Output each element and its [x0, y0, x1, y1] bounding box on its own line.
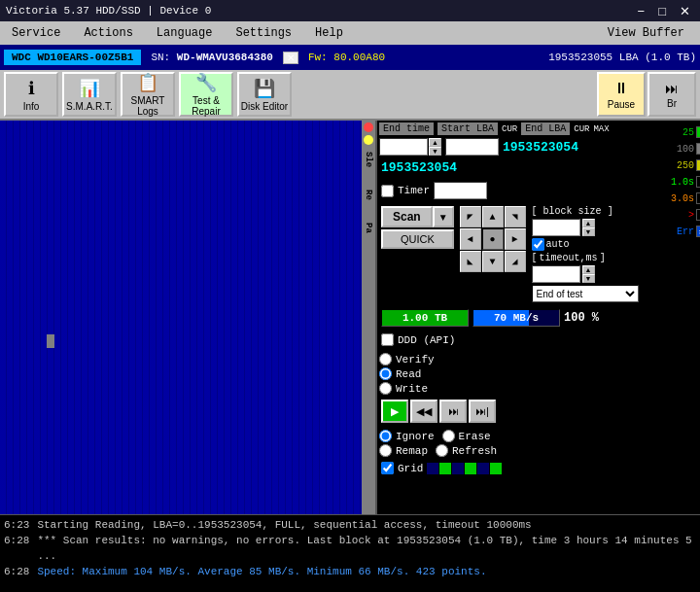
hist-row-3s: 3.0s 0: [667, 191, 700, 206]
ignore-label[interactable]: Ignore: [396, 431, 435, 442]
erase-radio[interactable]: [442, 430, 455, 442]
end-time-input[interactable]: 12:00: [379, 138, 428, 156]
pause-icon: ⏸: [613, 80, 629, 97]
test-repair-button[interactable]: 🔧 Test & Repair: [179, 72, 233, 117]
smart-button[interactable]: 📊 S.M.A.R.T.: [62, 72, 117, 117]
play-button[interactable]: ▶: [381, 400, 408, 423]
hist-row-250: 250 10: [667, 157, 700, 173]
smart-icon: 📊: [79, 78, 100, 99]
skip-fwd-button[interactable]: ⏭: [439, 400, 467, 423]
window-controls: − □ ✕: [634, 4, 694, 18]
log-time-1: 6:23: [4, 517, 29, 533]
timeout-input-row: 10000 ▲ ▼: [532, 265, 639, 283]
close-button[interactable]: ✕: [676, 4, 694, 18]
refresh-radio[interactable]: [436, 444, 448, 457]
disk-editor-button[interactable]: 💾 Disk Editor: [237, 72, 292, 117]
time-stepper[interactable]: ▲ ▼: [429, 138, 441, 156]
hist-row-gt: > 0: [667, 207, 700, 223]
transport-controls: ▶ ◀◀ ⏭ ⏭|: [379, 398, 663, 425]
block-up-btn[interactable]: ▲: [582, 219, 595, 227]
ignore-erase-row: Ignore Erase: [379, 430, 663, 442]
log-text-2: *** Scan results: no warnings, no errors…: [37, 533, 696, 564]
end-lba-label: End LBA: [521, 122, 570, 135]
timeout-down-btn[interactable]: ▼: [582, 274, 595, 283]
timer-row: Timer 0: [379, 180, 663, 201]
dpad-down[interactable]: ▼: [482, 251, 504, 272]
app-window: Victoria 5.37 HDD/SSD | Device 0 − □ ✕ S…: [0, 0, 700, 592]
time-up-btn[interactable]: ▲: [429, 138, 441, 147]
timeout-stepper[interactable]: ▲ ▼: [582, 265, 595, 283]
dpad-left[interactable]: ◄: [460, 228, 481, 250]
dpad-up[interactable]: ▲: [482, 206, 504, 227]
skip-end-button[interactable]: ⏭|: [469, 400, 496, 423]
content-area: Sle Re Pa End time Start LBA CUR End LBA…: [0, 121, 700, 514]
menu-help[interactable]: Help: [303, 21, 355, 45]
scan-row: Scan ▼: [381, 206, 454, 227]
tb-progress-bar: 1.00 TB: [381, 309, 469, 327]
scan-dropdown-button[interactable]: ▼: [433, 206, 454, 227]
menu-service[interactable]: Service: [0, 21, 72, 45]
hist-bar-1s: [696, 176, 700, 188]
progress-section: 1.00 TB 70 MB/s 100 %: [379, 307, 663, 329]
indicator-1: [364, 122, 373, 132]
dpad-upright[interactable]: ◥: [505, 206, 526, 227]
menu-settings[interactable]: Settings: [224, 21, 303, 45]
ignore-row: Ignore: [379, 430, 435, 442]
read-row: Read: [379, 367, 663, 380]
timeout-up-btn[interactable]: ▲: [582, 265, 595, 274]
timeout-input[interactable]: 10000: [532, 265, 580, 283]
info-button[interactable]: ℹ Info: [4, 72, 58, 117]
re-label: Re: [364, 190, 373, 200]
maximize-button[interactable]: □: [654, 4, 670, 18]
device-name[interactable]: WDC WD10EARS-00Z5B1: [4, 50, 141, 65]
verify-radio[interactable]: [379, 353, 392, 366]
smart-logs-button[interactable]: 📋 SMART Logs: [121, 72, 175, 117]
dpad-right[interactable]: ►: [505, 228, 526, 250]
log-line-1: 6:23 Starting Reading, LBA=0..1953523054…: [4, 517, 696, 533]
auto-checkbox[interactable]: [532, 238, 544, 251]
time-input-group: 12:00 ▲ ▼: [379, 138, 441, 156]
timer-checkbox[interactable]: [381, 185, 394, 197]
scan-button[interactable]: Scan: [381, 206, 433, 227]
remap-radio[interactable]: [379, 444, 392, 457]
gp-1: [427, 463, 438, 474]
br-button[interactable]: ⏭ Br: [648, 72, 696, 117]
block-down-btn[interactable]: ▼: [582, 227, 595, 236]
dpad-center[interactable]: ●: [482, 228, 504, 250]
end-condition-select[interactable]: End of test: [532, 285, 639, 302]
menu-view-buffer[interactable]: View Buffer: [596, 24, 696, 42]
time-down-btn[interactable]: ▼: [429, 147, 441, 156]
remap-label[interactable]: Remap: [396, 445, 428, 457]
verify-row: Verify: [379, 353, 663, 366]
read-label[interactable]: Read: [396, 368, 421, 380]
minimize-button[interactable]: −: [634, 4, 649, 18]
menu-language[interactable]: Language: [145, 21, 225, 45]
write-radio[interactable]: [379, 382, 392, 395]
pause-button[interactable]: ⏸ Pause: [597, 72, 646, 117]
verify-label[interactable]: Verify: [396, 354, 435, 366]
erase-label[interactable]: Erase: [459, 431, 491, 442]
device-sn-label: SN: WD-WMAVU3684380: [145, 52, 278, 63]
timer-input[interactable]: 0: [434, 182, 487, 199]
write-label[interactable]: Write: [396, 383, 428, 395]
log-section: 6:23 Starting Reading, LBA=0..1953523054…: [0, 514, 700, 592]
remap-row: Remap: [379, 444, 428, 457]
device-close-button[interactable]: ✕: [283, 52, 298, 64]
read-radio[interactable]: [379, 367, 392, 380]
block-stepper[interactable]: ▲ ▼: [582, 219, 595, 236]
dpad-upleft[interactable]: ◤: [460, 206, 481, 227]
dpad-downright[interactable]: ◢: [505, 251, 526, 272]
block-size-input[interactable]: 2048: [532, 219, 580, 236]
rewind-button[interactable]: ◀◀: [410, 400, 438, 423]
ignore-radio[interactable]: [379, 430, 392, 442]
grid-checkbox[interactable]: [381, 462, 394, 474]
quick-button[interactable]: QUICK: [381, 229, 454, 249]
sle-label: Sle: [364, 152, 373, 167]
ddd-checkbox[interactable]: [381, 333, 394, 346]
block-settings: [ block size ] 2048 ▲ ▼ auto: [532, 206, 639, 302]
refresh-label[interactable]: Refresh: [452, 445, 497, 457]
start-lba-input[interactable]: 0: [445, 138, 499, 156]
hist-row-25: 25 953748: [667, 124, 700, 140]
menu-actions[interactable]: Actions: [72, 21, 144, 45]
dpad-downleft[interactable]: ◣: [460, 251, 481, 272]
